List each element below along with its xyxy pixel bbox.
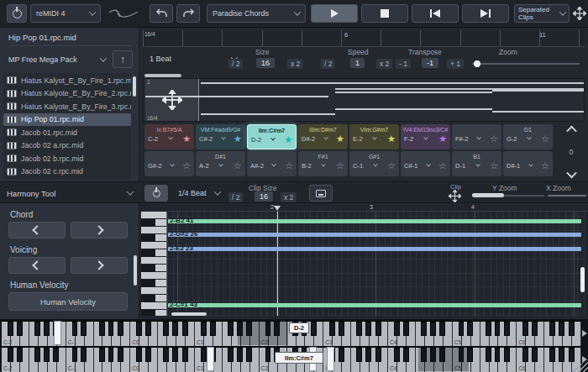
file-list-scrollbar[interactable] <box>133 76 136 97</box>
chord-cell[interactable]: D#-1 <box>503 151 553 176</box>
highlighted-key[interactable] <box>327 347 334 371</box>
zoom-slider-handle[interactable] <box>474 60 480 67</box>
chevron-down-icon[interactable] <box>426 162 431 167</box>
black-key[interactable] <box>365 322 371 336</box>
chevron-down-icon[interactable] <box>221 135 226 140</box>
clip-region[interactable]: 1 16/4 <box>145 79 199 121</box>
black-key[interactable] <box>44 322 50 336</box>
voicing-prev-button[interactable] <box>8 257 66 274</box>
black-key[interactable] <box>356 322 362 336</box>
black-key[interactable] <box>237 348 243 362</box>
black-key[interactable] <box>172 348 178 362</box>
black-key[interactable] <box>549 322 555 336</box>
keyboard-octave[interactable]: C-1 <box>66 322 131 346</box>
tool-panel-scrollbar[interactable] <box>134 255 137 286</box>
piano-roll-ruler[interactable]: 2 3 4 <box>168 203 588 212</box>
chord-cell[interactable]: Ix:B7#5/AC-2 <box>144 124 194 149</box>
clip-overview[interactable]: 1 16/4 <box>143 78 585 122</box>
skip-to-start-button[interactable] <box>412 4 459 23</box>
black-key[interactable] <box>34 348 40 362</box>
keyboard-octave[interactable]: C0 <box>130 322 195 346</box>
voicing-next-button[interactable] <box>71 257 128 274</box>
black-key[interactable] <box>504 322 510 336</box>
y-zoom-handle[interactable] <box>472 193 504 197</box>
favorite-star-icon[interactable] <box>541 161 549 170</box>
black-key[interactable] <box>17 348 23 362</box>
chord-cell[interactable]: IV4:EM13no3/C#F-2 <box>401 124 450 149</box>
black-key[interactable] <box>182 322 188 336</box>
redo-button[interactable] <box>176 4 200 23</box>
black-key[interactable] <box>532 348 538 362</box>
chord-cell[interactable]: F#1B-2 <box>298 151 348 176</box>
black-key[interactable] <box>72 348 78 362</box>
favorite-star-icon[interactable] <box>284 135 292 144</box>
favorite-star-icon[interactable] <box>541 134 549 143</box>
chevron-down-icon[interactable] <box>219 162 224 167</box>
file-list-item[interactable]: Jacob 03 a.rpc.mid <box>3 178 131 179</box>
black-key[interactable] <box>8 322 13 336</box>
stop-button[interactable] <box>361 4 408 23</box>
black-key[interactable] <box>495 322 501 336</box>
black-key[interactable] <box>246 348 252 362</box>
move-window-icon[interactable] <box>573 7 586 20</box>
black-key[interactable] <box>549 348 555 362</box>
file-list-item[interactable]: Hip Pop 01.rpc.mid <box>3 113 131 127</box>
black-key[interactable] <box>72 322 78 336</box>
transpose-up-button[interactable]: + 1 <box>447 59 464 69</box>
clip-size-double-button[interactable]: x 2 <box>281 192 297 202</box>
midi-note[interactable] <box>168 219 581 223</box>
play-button[interactable] <box>311 4 358 23</box>
black-key[interactable] <box>81 322 87 336</box>
black-key[interactable] <box>228 322 234 336</box>
black-key[interactable] <box>182 348 188 362</box>
black-key[interactable] <box>108 322 114 336</box>
keyboard-octave[interactable]: C4 <box>388 322 453 346</box>
chord-cell[interactable]: G#1C-1 <box>349 151 399 176</box>
black-key[interactable] <box>375 322 381 336</box>
keyboard-octave[interactable]: C0 <box>130 348 195 372</box>
file-list-item[interactable]: Jacob 02 c.rpc.mid <box>3 165 131 179</box>
black-key[interactable] <box>504 348 510 362</box>
favorite-star-icon[interactable] <box>182 161 191 170</box>
chevron-down-icon[interactable] <box>168 135 173 140</box>
plugin-selector[interactable]: reMIDI 4 <box>30 4 101 23</box>
black-key[interactable] <box>8 348 13 362</box>
file-list-item[interactable]: Hiatus Kalyote_E_By_Fire_2.rpc.mid <box>3 87 131 101</box>
preset-selector[interactable]: Paradise Chords <box>207 4 306 23</box>
chevron-down-icon[interactable] <box>423 135 428 140</box>
black-key[interactable] <box>99 322 105 336</box>
black-key[interactable] <box>394 322 400 336</box>
chord-cell[interactable]: G#-2 <box>144 151 194 176</box>
midi-note[interactable] <box>168 247 581 251</box>
midi-note[interactable] <box>168 233 581 237</box>
favorite-star-icon[interactable] <box>438 161 447 170</box>
black-key[interactable] <box>522 322 528 336</box>
black-key[interactable] <box>439 322 445 336</box>
power-button[interactable] <box>7 4 27 23</box>
piano-roll-grid[interactable] <box>166 212 585 316</box>
black-key[interactable] <box>136 322 142 336</box>
favorite-star-icon[interactable] <box>234 134 242 143</box>
octave-up-button[interactable] <box>566 126 577 137</box>
black-key[interactable] <box>403 322 409 336</box>
folder-up-button[interactable]: ↑ <box>113 50 133 68</box>
keyboard-octave[interactable]: C-2 <box>2 348 66 372</box>
harmony-power-button[interactable] <box>144 185 168 202</box>
black-key[interactable] <box>467 322 473 336</box>
file-list-item[interactable]: Hiatus Kalyote_E_By_Fire_3.rpc.mid <box>3 100 131 113</box>
black-key[interactable] <box>163 322 169 336</box>
chevron-down-icon[interactable] <box>528 162 533 167</box>
black-key[interactable] <box>430 322 436 336</box>
chord-cell[interactable]: B1D-1 <box>452 151 501 176</box>
speed-halve-button[interactable]: / 2 <box>321 59 335 69</box>
highlighted-key[interactable] <box>207 347 214 371</box>
black-key[interactable] <box>99 348 105 362</box>
keyboard-octave[interactable]: C1 <box>195 348 260 372</box>
black-key[interactable] <box>486 322 491 336</box>
black-key[interactable] <box>339 322 344 336</box>
black-key[interactable] <box>81 348 87 362</box>
chord-cell[interactable]: IIm:C#m7D-2 <box>247 124 297 149</box>
black-key[interactable] <box>486 348 491 362</box>
file-list-item[interactable]: Jacob 01.rpc.mid <box>3 126 131 139</box>
transpose-down-button[interactable]: - 1 <box>396 59 411 69</box>
